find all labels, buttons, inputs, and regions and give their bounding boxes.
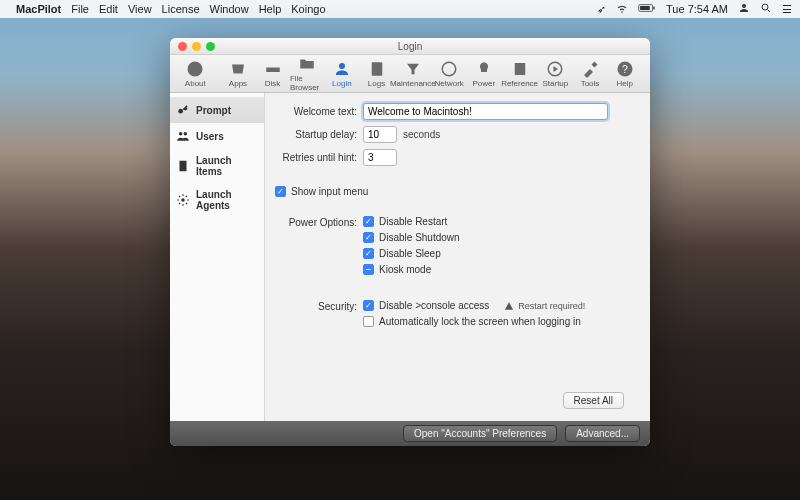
tools-icon: [581, 60, 599, 78]
sidebar-item-users[interactable]: Users: [170, 123, 264, 149]
apps-icon: [229, 60, 247, 78]
disable-sleep-checkbox[interactable]: [363, 248, 374, 259]
users-icon: [176, 129, 190, 143]
startup-delay-label: Startup delay:: [275, 129, 363, 140]
kiosk-mode-label: Kiosk mode: [379, 264, 431, 275]
book-icon: [511, 60, 529, 78]
menu-file[interactable]: File: [71, 3, 89, 15]
disable-console-label: Disable >console access: [379, 300, 489, 311]
svg-point-3: [762, 4, 768, 10]
security-label: Security:: [275, 300, 363, 312]
svg-point-14: [184, 132, 188, 136]
menu-edit[interactable]: Edit: [99, 3, 118, 15]
toolbar-reference[interactable]: Reference: [501, 60, 538, 88]
svg-rect-2: [640, 6, 650, 10]
svg-point-5: [188, 61, 203, 76]
app-menu[interactable]: MacPilot: [16, 3, 61, 15]
folder-icon: [298, 55, 316, 73]
toolbar-network[interactable]: Network: [432, 60, 467, 88]
open-accounts-button[interactable]: Open "Accounts" Preferences: [403, 425, 557, 442]
retries-input[interactable]: [363, 149, 397, 166]
window-footer: Open "Accounts" Preferences Advanced...: [170, 421, 650, 446]
toolbar-help[interactable]: ?Help: [607, 60, 642, 88]
spotlight-icon[interactable]: [760, 2, 772, 16]
user-icon[interactable]: [738, 2, 750, 16]
startup-delay-input[interactable]: [363, 126, 397, 143]
autolock-checkbox[interactable]: [363, 316, 374, 327]
funnel-icon: [404, 60, 422, 78]
disable-restart-label: Disable Restart: [379, 216, 447, 227]
toolbar-filebrowser[interactable]: File Browser: [290, 55, 325, 92]
toolbar-logs[interactable]: Logs: [359, 60, 394, 88]
sidebar-item-launchitems[interactable]: Launch Items: [170, 149, 264, 183]
svg-point-12: [178, 109, 183, 114]
play-icon: [546, 60, 564, 78]
gear-icon: [176, 193, 190, 207]
toolbar: About Apps Disk File Browser Login Logs …: [170, 55, 650, 93]
menu-help[interactable]: Help: [259, 3, 282, 15]
svg-rect-15: [180, 161, 187, 172]
warning-icon: [504, 301, 514, 311]
toolbar-login[interactable]: Login: [325, 60, 360, 88]
startup-delay-unit: seconds: [403, 129, 440, 140]
battery-icon[interactable]: [638, 3, 656, 15]
disable-restart-checkbox[interactable]: [363, 216, 374, 227]
globe-icon: [440, 60, 458, 78]
welcome-label: Welcome text:: [275, 106, 363, 117]
kiosk-mode-checkbox[interactable]: [363, 264, 374, 275]
svg-line-4: [768, 10, 771, 13]
menubar-clock[interactable]: Tue 7:54 AM: [666, 3, 728, 15]
power-options-label: Power Options:: [275, 216, 363, 228]
svg-point-16: [181, 199, 185, 203]
svg-point-13: [179, 132, 183, 136]
menu-license[interactable]: License: [162, 3, 200, 15]
show-input-menu-checkbox[interactable]: [275, 186, 286, 197]
user-icon: [333, 60, 351, 78]
sidebar: Prompt Users Launch Items Launch Agents: [170, 93, 265, 421]
disable-console-checkbox[interactable]: [363, 300, 374, 311]
autolock-label: Automatically lock the screen when loggi…: [379, 316, 581, 327]
location-icon[interactable]: ➶: [597, 3, 606, 16]
menubar: MacPilot File Edit View License Window H…: [0, 0, 800, 18]
show-input-menu-label: Show input menu: [291, 186, 368, 197]
svg-rect-6: [371, 62, 382, 76]
svg-rect-1: [653, 7, 654, 10]
titlebar: Login: [170, 38, 650, 55]
disable-sleep-label: Disable Sleep: [379, 248, 441, 259]
advanced-button[interactable]: Advanced...: [565, 425, 640, 442]
content-pane: Welcome text: Startup delay: seconds Ret…: [265, 93, 650, 421]
toolbar-apps[interactable]: Apps: [221, 60, 256, 88]
toolbar-about[interactable]: About: [178, 60, 213, 88]
info-icon: [186, 60, 204, 78]
disk-icon: [264, 60, 282, 78]
menu-koingo[interactable]: Koingo: [291, 3, 325, 15]
toolbar-tools[interactable]: Tools: [573, 60, 608, 88]
help-icon: ?: [616, 60, 634, 78]
document-icon: [176, 159, 190, 173]
bulb-icon: [475, 60, 493, 78]
wifi-icon[interactable]: [616, 2, 628, 16]
key-icon: [176, 103, 190, 117]
window-title: Login: [170, 41, 650, 52]
toolbar-maintenance[interactable]: Maintenance: [394, 60, 432, 88]
app-window: Login About Apps Disk File Browser Login…: [170, 38, 650, 446]
restart-required-warning: Restart required!: [504, 301, 585, 311]
svg-rect-8: [514, 63, 525, 75]
sidebar-item-launchagents[interactable]: Launch Agents: [170, 183, 264, 217]
menu-window[interactable]: Window: [210, 3, 249, 15]
menu-extras-icon[interactable]: ☰: [782, 3, 792, 16]
reset-all-button[interactable]: Reset All: [563, 392, 624, 409]
toolbar-power[interactable]: Power: [466, 60, 501, 88]
disable-shutdown-checkbox[interactable]: [363, 232, 374, 243]
toolbar-startup[interactable]: Startup: [538, 60, 573, 88]
retries-label: Retries until hint:: [275, 152, 363, 163]
menu-view[interactable]: View: [128, 3, 152, 15]
logs-icon: [368, 60, 386, 78]
svg-text:?: ?: [622, 62, 628, 74]
welcome-text-input[interactable]: [363, 103, 608, 120]
toolbar-disk[interactable]: Disk: [255, 60, 290, 88]
disable-shutdown-label: Disable Shutdown: [379, 232, 460, 243]
sidebar-item-prompt[interactable]: Prompt: [170, 97, 264, 123]
svg-point-7: [442, 62, 456, 76]
